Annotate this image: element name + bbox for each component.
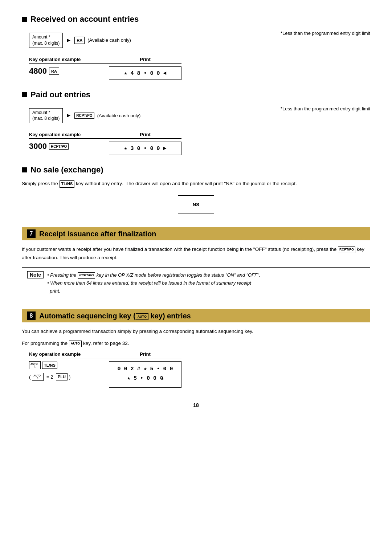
paid-out-flow-row: Amount * (max. 8 digits) ► RCPT/PO (Avai… [22, 105, 370, 129]
received-on-account-header: Received on account entries [22, 15, 370, 24]
received-op-col: Key operation example 4800 RA [29, 57, 109, 76]
auto-key-body2: AUTO [69, 341, 82, 347]
received-flow-diagram: Amount * (max. 8 digits) ► RA (Available… [29, 33, 281, 48]
received-on-account-title: Received on account entries [30, 15, 139, 24]
auto-seq-header: 8 Automatic sequencing key (AUTO key) en… [22, 309, 370, 322]
received-print-box: ★ 4 8 • 0 0 ◄ [109, 66, 181, 80]
auto-seq-print-header: Print [109, 351, 181, 358]
arrow-icon: ► [66, 37, 72, 44]
paid-out-title: Paid out entries [30, 90, 90, 99]
received-ra-key: RA [49, 68, 59, 75]
auto-seq-op-table: Key operation example AUTO 1 TL/NS ( AUT… [29, 351, 370, 388]
receipt-issuance-number: 7 [27, 229, 36, 238]
rcptpo-key-note: RCPT/PO [78, 272, 95, 279]
note-box: Note • Pressing the RCPT/PO key in the O… [22, 267, 370, 299]
no-sale-title: No sale (exchange) [30, 165, 103, 175]
paid-out-op-table: Key operation example 3000 RCPT/PO Print… [29, 132, 370, 155]
auto-seq-op-row1: AUTO 1 TL/NS [29, 361, 109, 369]
paid-out-flow-note: *Less than the programmed entry digit li… [281, 105, 370, 111]
page-number: 18 [22, 402, 370, 408]
tlns-key-op: TL/NS [42, 362, 57, 369]
rcptpo-flow-key: RCPT/PO [74, 113, 94, 119]
auto-seq-body1: You can achieve a programmed transaction… [22, 327, 370, 336]
auto-seq-section: 8 Automatic sequencing key (AUTO key) en… [22, 309, 370, 388]
black-square-icon [22, 17, 27, 22]
received-print-col: Print ★ 4 8 • 0 0 ◄ [109, 57, 181, 80]
no-sale-header: No sale (exchange) [22, 165, 370, 175]
receipt-issuance-header: 7 Receipt issuance after finalization [22, 227, 370, 240]
auto-paren-key: AUTO 1 [32, 373, 44, 381]
auto-seq-print-box: 0 0 2 # ★ 5 • 0 0 ★ 5 • 0 0 ฉ [109, 361, 181, 388]
paid-out-print-col: Print ★ 3 0 • 0 0 ► [109, 132, 181, 155]
received-op-header: Key operation example [29, 57, 109, 64]
paid-out-op-value: 3000 RCPT/PO [29, 142, 109, 151]
auto-seq-print-col: Print 0 0 2 # ★ 5 • 0 0 ★ 5 • 0 0 ฉ [109, 351, 181, 388]
received-amount-box: Amount * (max. 8 digits) [29, 33, 63, 48]
auto-key-title: AUTO [136, 313, 148, 320]
paid-out-flow-left: Amount * (max. 8 digits) ► RCPT/PO (Avai… [22, 105, 281, 129]
paid-out-op-header: Key operation example [29, 132, 109, 139]
received-print-header: Print [109, 57, 181, 64]
auto-seq-title: Automatic sequencing key (AUTO key) entr… [39, 312, 191, 320]
black-square-icon-2 [22, 92, 27, 97]
ns-box-container: NS [22, 192, 370, 217]
note-content: • Pressing the RCPT/PO key in the OP X/Z… [47, 271, 260, 295]
print-line-1: 0 0 2 # ★ 5 • 0 0 [115, 365, 175, 372]
received-op-table: Key operation example 4800 RA Print ★ 4 … [29, 57, 370, 80]
paid-out-print-header: Print [109, 132, 181, 139]
receipt-issuance-section: 7 Receipt issuance after finalization If… [22, 227, 370, 299]
note-label: Note [27, 271, 44, 278]
received-op-value: 4800 RA [29, 66, 109, 76]
paid-out-section: Paid out entries Amount * (max. 8 digits… [22, 90, 370, 155]
auto-seq-number: 8 [27, 311, 36, 320]
plu-key: PLU [56, 373, 68, 380]
ra-key: RA [74, 37, 85, 44]
receipt-issuance-body: If your customer wants a receipt after y… [22, 245, 370, 262]
auto-seq-op-header: Key operation example [29, 351, 109, 358]
paid-out-avail-text: (Available cash only) [97, 113, 141, 118]
received-avail-text: (Available cash only) [87, 37, 131, 43]
print-line-2: ★ 5 • 0 0 ฉ [115, 374, 175, 382]
auto-seq-op-col: Key operation example AUTO 1 TL/NS ( AUT… [29, 351, 109, 381]
received-flow-note: *Less than the programmed entry digit li… [281, 29, 370, 36]
auto-seq-op-row2: ( AUTO 1 = 2 PLU ) [29, 373, 109, 381]
tlns-key-inline: TL/NS [60, 180, 75, 188]
paid-out-rcptpo-key: RCPT/PO [49, 143, 69, 150]
auto-key-op: AUTO 1 [29, 361, 41, 369]
paid-out-amount-box: Amount * (max. 8 digits) [29, 108, 63, 123]
no-sale-section: No sale (exchange) Simply press the TL/N… [22, 165, 370, 217]
arrow-icon-2: ► [66, 112, 72, 119]
black-square-icon-3 [22, 167, 27, 172]
ns-box: NS [178, 195, 214, 213]
rcptpo-key-body: RCPT/PO [338, 247, 355, 253]
paid-out-print-box: ★ 3 0 • 0 0 ► [109, 142, 181, 155]
paid-out-header: Paid out entries [22, 90, 370, 99]
receipt-issuance-title: Receipt issuance after finalization [39, 230, 156, 238]
auto-eq-text: = 2 [45, 374, 54, 380]
received-on-account-section: Received on account entries Amount * (ma… [22, 15, 370, 80]
received-flow-left: Amount * (max. 8 digits) ► RA (Available… [22, 29, 281, 54]
paid-out-op-col: Key operation example 3000 RCPT/PO [29, 132, 109, 151]
paid-out-flow-diagram: Amount * (max. 8 digits) ► RCPT/PO (Avai… [29, 108, 281, 123]
auto-seq-body2: For programming the AUTO key, refer to p… [22, 339, 370, 348]
no-sale-body: Simply press the TL/NS key without any e… [22, 180, 370, 188]
received-flow-row: Amount * (max. 8 digits) ► RA (Available… [22, 29, 370, 54]
